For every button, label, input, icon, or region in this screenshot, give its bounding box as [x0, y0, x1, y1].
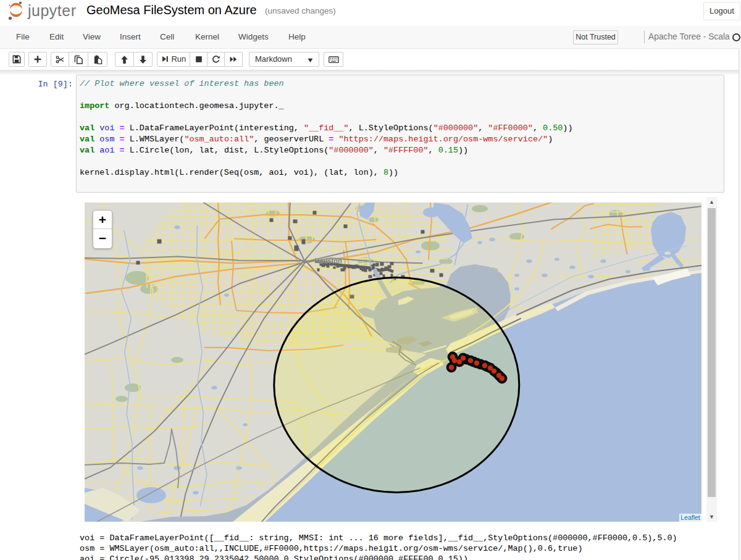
- svg-text:Houston: Houston: [314, 257, 342, 264]
